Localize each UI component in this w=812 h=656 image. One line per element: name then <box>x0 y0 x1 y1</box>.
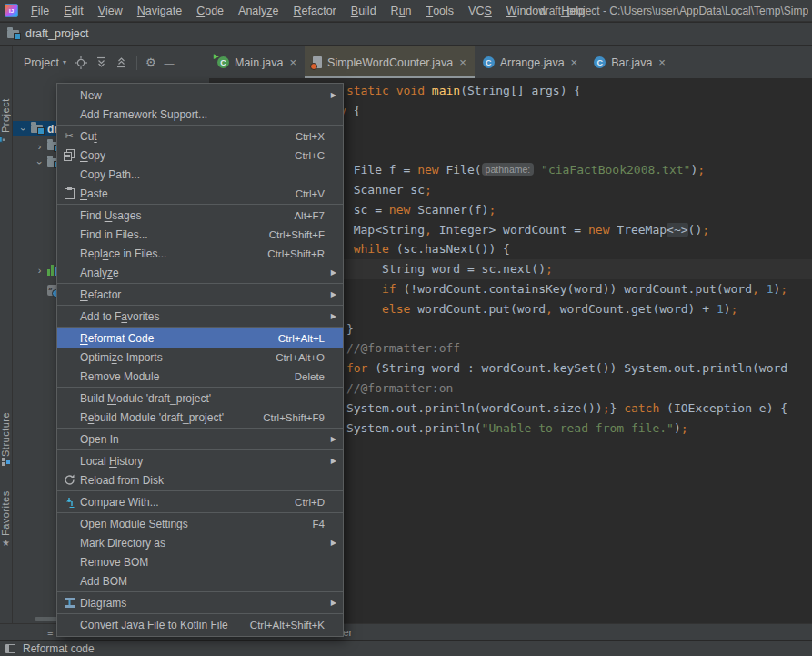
module-folder-icon <box>7 30 19 38</box>
menu-item-open-in[interactable]: Open In▶ <box>57 429 343 449</box>
menu-item-open-module-settings[interactable]: Open Module SettingsF4 <box>57 514 343 533</box>
tab-label: Arrange.java <box>500 56 565 69</box>
close-icon[interactable]: × <box>658 56 666 68</box>
menu-item-shortcut: Ctrl+Alt+O <box>276 352 325 363</box>
chevron-expanded-icon[interactable]: › <box>18 124 29 134</box>
menu-item-mark-directory-as[interactable]: Mark Directory as▶ <box>57 533 343 552</box>
close-icon[interactable]: × <box>290 56 297 68</box>
tab-Arrange.java[interactable]: CArrange.java× <box>475 46 586 78</box>
menu-item-paste[interactable]: PasteCtrl+V <box>57 184 343 203</box>
menu-item-optimize-imports[interactable]: Optimize ImportsCtrl+Alt+O <box>57 348 343 367</box>
menu-item-rebuild-module-draft-project[interactable]: Rebuild Module 'draft_project'Ctrl+Shift… <box>57 408 343 427</box>
menu-item-shortcut: Ctrl+Shift+F <box>269 229 325 240</box>
menubar-item-edit[interactable]: Edit <box>56 0 91 21</box>
editor-tab-bar: C▶Main.java×SimpleWordCounter.java×CArra… <box>209 46 812 78</box>
menubar-item-view[interactable]: View <box>91 0 130 21</box>
menu-item-local-history[interactable]: Local History▶ <box>57 451 343 470</box>
menubar-item-code[interactable]: Code <box>189 0 231 21</box>
submenu-arrow-icon: ▶ <box>328 312 336 320</box>
chevron-expanded-icon[interactable]: › <box>35 157 45 167</box>
menu-item-label: Open Module Settings <box>80 518 188 530</box>
menu-separator <box>57 490 343 491</box>
menu-item-analyze[interactable]: Analyze▶ <box>57 263 343 282</box>
menu-item-label: Build Module 'draft_project' <box>80 392 211 405</box>
menu-item-reload-from-disk[interactable]: Reload from Disk <box>57 470 343 489</box>
menubar-item-vcs[interactable]: VCS <box>461 0 499 21</box>
tab-SimpleWordCounter.java[interactable]: SimpleWordCounter.java× <box>305 46 475 78</box>
stripe-favorites-button[interactable]: Favorites <box>0 494 13 536</box>
window-title: draft_project - C:\Users\user\AppData\Lo… <box>539 0 808 22</box>
menu-item-new[interactable]: New▶ <box>57 86 343 105</box>
menubar-item-build[interactable]: Build <box>344 0 384 21</box>
tab-Bar.java[interactable]: CBar.java× <box>586 46 674 78</box>
menu-item-label: Find in Files... <box>80 228 148 241</box>
menu-item-copy[interactable]: CopyCtrl+C <box>57 146 343 165</box>
menubar-item-run[interactable]: Run <box>384 0 419 21</box>
menu-item-label: Add Framework Support... <box>80 108 207 121</box>
menu-item-label: Paste <box>80 187 108 200</box>
menu-item-copy-path[interactable]: Copy Path... <box>57 165 343 184</box>
menu-item-add-to-favorites[interactable]: Add to Favorites▶ <box>57 307 343 326</box>
menu-item-label: Compare With... <box>80 496 159 509</box>
left-toolwindow-stripe: Project Structure Favorites ★ <box>0 46 13 623</box>
module-folder-icon <box>31 125 43 133</box>
menu-item-diagrams[interactable]: Diagrams▶ <box>57 593 343 612</box>
menu-item-label: Local History <box>80 455 143 468</box>
stripe-structure-button[interactable]: Structure <box>0 410 13 458</box>
stripe-project-button[interactable]: Project <box>0 95 13 136</box>
menu-item-shortcut: Ctrl+X <box>296 131 325 142</box>
menubar-item-file[interactable]: File <box>24 0 56 21</box>
menu-item-label: Refactor <box>80 288 121 301</box>
menu-item-shortcut: Ctrl+Alt+Shift+K <box>250 620 325 631</box>
toolwindow-toggle-icon[interactable] <box>5 644 15 653</box>
menu-item-find-in-files[interactable]: Find in Files...Ctrl+Shift+F <box>57 225 343 244</box>
close-icon[interactable]: × <box>571 56 578 68</box>
menu-item-label: Optimize Imports <box>80 351 163 364</box>
menu-separator <box>57 449 343 450</box>
submenu-arrow-icon: ▶ <box>328 457 336 465</box>
menu-separator <box>57 613 343 614</box>
menubar-item-analyze[interactable]: Analyze <box>231 0 286 21</box>
cut-icon: ✂ <box>65 130 73 142</box>
menubar-item-navigate[interactable]: Navigate <box>130 0 189 21</box>
close-icon[interactable]: × <box>459 56 466 68</box>
menu-item-remove-bom[interactable]: Remove BOM <box>57 552 343 571</box>
parameter-hint: pathname: <box>482 163 535 176</box>
breadcrumb-module[interactable]: draft_project <box>25 27 88 40</box>
menu-item-remove-module[interactable]: Remove ModuleDelete <box>57 367 343 386</box>
copy-icon <box>64 149 75 161</box>
menu-item-label: Open In <box>80 433 119 446</box>
menu-item-refactor[interactable]: Refactor▶ <box>57 285 343 304</box>
menu-item-add-bom[interactable]: Add BOM <box>57 571 343 590</box>
menu-item-add-framework-support[interactable]: Add Framework Support... <box>57 105 343 124</box>
submenu-arrow-icon: ▶ <box>328 268 336 277</box>
menu-item-cut[interactable]: ✂CutCtrl+X <box>57 126 343 146</box>
submenu-arrow-icon: ▶ <box>328 599 336 607</box>
menubar-item-refactor[interactable]: Refactor <box>286 0 344 21</box>
chevron-collapsed-icon[interactable]: › <box>35 265 45 276</box>
menu-item-label: Reload from Disk <box>80 474 164 487</box>
menu-item-shortcut: Ctrl+Shift+F9 <box>263 412 325 423</box>
main-class-icon: C▶ <box>217 56 229 68</box>
menu-item-label: Copy <box>80 149 105 162</box>
menu-item-reformat-code[interactable]: Reformat CodeCtrl+Alt+L <box>57 328 343 348</box>
menu-item-shortcut: Ctrl+Alt+L <box>278 333 325 344</box>
menu-item-convert-java-file-to-kotlin-file[interactable]: Convert Java File to Kotlin FileCtrl+Alt… <box>57 615 343 634</box>
menu-item-replace-in-files[interactable]: Replace in Files...Ctrl+Shift+R <box>57 244 343 263</box>
menu-item-label: Copy Path... <box>80 168 140 181</box>
paste-icon <box>65 187 75 199</box>
titlebar: IJ FileEditViewNavigateCodeAnalyzeRefact… <box>0 0 812 22</box>
chevron-collapsed-icon[interactable]: › <box>35 141 45 152</box>
intellij-logo-icon: IJ <box>5 4 18 17</box>
menu-separator <box>57 305 343 306</box>
star-icon[interactable]: ★ <box>2 538 10 548</box>
diagrams-icon <box>64 597 75 609</box>
menu-item-find-usages[interactable]: Find UsagesAlt+F7 <box>57 206 343 225</box>
menubar-item-tools[interactable]: Tools <box>419 0 462 21</box>
structure-icon[interactable] <box>2 458 10 466</box>
menu-item-compare-with[interactable]: Compare With...Ctrl+D <box>57 492 343 511</box>
menu-separator <box>57 327 343 328</box>
tab-Main.java[interactable]: C▶Main.java× <box>209 46 305 78</box>
menu-icon: ≡ <box>47 627 53 638</box>
menu-item-build-module-draft-project[interactable]: Build Module 'draft_project' <box>57 389 343 408</box>
